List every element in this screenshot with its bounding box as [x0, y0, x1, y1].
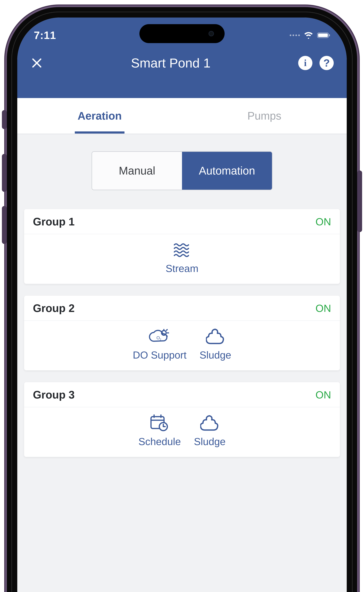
- feature-stream[interactable]: Stream: [166, 241, 198, 274]
- group-card[interactable]: Group 3 ON Schedule: [24, 382, 340, 457]
- feature-sludge[interactable]: Sludge: [200, 328, 231, 361]
- group-card[interactable]: Group 2 ON DO Support: [24, 296, 340, 370]
- side-button: [2, 206, 7, 244]
- wifi-icon: [304, 32, 313, 39]
- mode-automation-button[interactable]: Automation: [182, 152, 272, 190]
- info-button[interactable]: i: [298, 56, 312, 70]
- close-button[interactable]: [30, 56, 43, 70]
- cellular-icon: [290, 34, 300, 36]
- help-button[interactable]: ?: [319, 56, 334, 70]
- feature-sludge[interactable]: Sludge: [194, 414, 226, 447]
- schedule-icon: [149, 414, 170, 432]
- dynamic-island: [139, 24, 225, 43]
- feature-label: Sludge: [194, 436, 226, 447]
- group-name: Group 1: [33, 216, 75, 228]
- stream-icon: [171, 241, 193, 259]
- side-button: [2, 110, 7, 129]
- page-title: Smart Pond 1: [131, 55, 211, 71]
- group-name: Group 2: [33, 302, 75, 315]
- clock: 7:11: [34, 29, 56, 41]
- sludge-icon: [200, 414, 219, 432]
- feature-do-support[interactable]: DO Support: [133, 328, 187, 361]
- phone-frame: 7:11 Smart Pond 1: [7, 7, 357, 592]
- side-button: [2, 154, 7, 192]
- svg-rect-27: [329, 34, 330, 36]
- feature-label: Sludge: [200, 349, 231, 361]
- group-status: ON: [315, 389, 331, 401]
- tab-aeration[interactable]: Aeration: [17, 98, 182, 134]
- feature-schedule[interactable]: Schedule: [138, 414, 181, 447]
- sludge-icon: [206, 328, 225, 346]
- group-card[interactable]: Group 1 ON Stream: [24, 209, 340, 284]
- feature-label: Schedule: [138, 436, 181, 447]
- feature-label: Stream: [166, 263, 198, 274]
- group-name: Group 3: [33, 388, 75, 401]
- mode-segmented: Manual Automation: [91, 151, 273, 190]
- svg-rect-26: [318, 33, 328, 37]
- side-button: [357, 171, 362, 232]
- tab-pumps[interactable]: Pumps: [182, 98, 347, 134]
- do-support-icon: [148, 328, 171, 346]
- battery-icon: [317, 32, 330, 39]
- section-tabs: Aeration Pumps: [17, 98, 347, 134]
- feature-label: DO Support: [133, 349, 187, 361]
- group-status: ON: [315, 216, 331, 228]
- group-status: ON: [315, 302, 331, 314]
- mode-manual-button[interactable]: Manual: [92, 152, 182, 190]
